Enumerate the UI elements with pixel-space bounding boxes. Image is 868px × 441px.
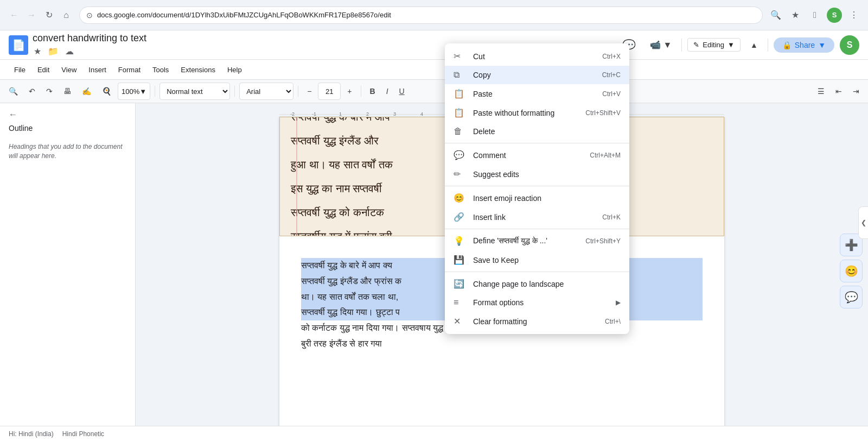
format-options-icon: ≡ (454, 298, 464, 307)
reload-button[interactable]: ↻ (41, 8, 56, 23)
ctx-comment[interactable]: 💬 Comment Ctrl+Alt+M (445, 146, 629, 165)
menu-tools[interactable]: Tools (147, 64, 174, 76)
ctx-emoji[interactable]: 😊 Insert emoji reaction (445, 188, 629, 207)
menu-view[interactable]: View (56, 64, 82, 76)
ctx-define[interactable]: 💡 Define 'सप्तवर्षी युद्ध के ...' Ctrl+S… (445, 231, 629, 250)
ctx-format-options-label: Format options (473, 298, 607, 307)
menu-help[interactable]: Help (222, 64, 247, 76)
font-selector[interactable]: Arial (239, 83, 293, 100)
ctx-clear-format-label: Clear formatting (473, 317, 596, 326)
ctx-delete[interactable]: 🗑 Delete (445, 122, 629, 141)
search-toolbar-btn[interactable]: 🔍 (4, 83, 22, 100)
toolbar-divider3 (298, 86, 298, 97)
menu-file[interactable]: File (9, 64, 31, 76)
underline-btn[interactable]: U (395, 83, 409, 100)
home-button[interactable]: ⌂ (59, 8, 74, 23)
ctx-save-keep[interactable]: 💾 Save to Keep (445, 250, 629, 269)
format-options-arrow: ▶ (616, 299, 621, 306)
font-size-decrease-btn[interactable]: − (303, 83, 316, 100)
profile-avatar[interactable]: S (827, 8, 842, 23)
meet-button[interactable]: 📹 ▼ (646, 36, 676, 54)
paint-format-btn[interactable]: 🍳 (98, 83, 116, 100)
suggest-icon: ✏ (454, 169, 464, 179)
italic-btn[interactable]: I (382, 83, 393, 100)
forward-button[interactable]: → (24, 8, 39, 23)
ctx-clear-format[interactable]: ✕ Clear formatting Ctrl+\ (445, 312, 629, 331)
delete-icon: 🗑 (454, 127, 464, 136)
editing-mode-selector[interactable]: ✎ Editing ▼ (687, 38, 741, 52)
menu-edit[interactable]: Edit (32, 64, 55, 76)
emoji-icon: 😊 (454, 193, 464, 203)
undo-btn[interactable]: ↶ (24, 83, 40, 100)
share-label: Share (795, 41, 815, 49)
back-button[interactable]: ← (7, 8, 22, 23)
comment-action-btn[interactable]: 💬 (840, 286, 863, 308)
toolbar-divider4 (361, 86, 361, 97)
pencil-icon: ✎ (693, 41, 699, 49)
browser-chrome: ← → ↻ ⌂ ⊙ docs.google.com/document/d/1DY… (0, 0, 868, 30)
toolbar: 🔍 ↶ ↷ 🖶 ✍ 🍳 100% ▼ Normal text Arial − 2… (0, 79, 868, 103)
cut-icon: ✂ (454, 51, 464, 61)
more-button[interactable]: ⋮ (846, 8, 861, 23)
ctx-divider-1 (445, 143, 629, 143)
ctx-comment-label: Comment (473, 151, 581, 160)
ctx-divider-3 (445, 229, 629, 229)
spellcheck-btn[interactable]: ✍ (78, 83, 95, 100)
indent-more-btn[interactable]: ⇥ (848, 83, 864, 100)
doc-title: convert handwriting to text (33, 33, 614, 44)
zoom-selector[interactable]: 100% ▼ (118, 83, 150, 100)
toolbar-divider1 (155, 86, 155, 97)
separator2 (768, 39, 768, 52)
redo-btn[interactable]: ↷ (42, 83, 57, 100)
font-size-increase-btn[interactable]: + (343, 83, 356, 100)
menu-extensions[interactable]: Extensions (175, 64, 221, 76)
ctx-define-shortcut: Ctrl+Shift+Y (585, 237, 621, 245)
style-selector[interactable]: Normal text (159, 83, 230, 100)
ctx-clear-format-shortcut: Ctrl+\ (605, 318, 621, 325)
ctx-paste[interactable]: 📋 Paste Ctrl+V (445, 84, 629, 103)
bookmark-button[interactable]: ★ (788, 8, 803, 23)
ctx-cut[interactable]: ✂ Cut Ctrl+X (445, 47, 629, 66)
ctx-link-label: Insert link (473, 213, 593, 222)
user-avatar[interactable]: S (840, 35, 859, 55)
collapse-handle[interactable]: ❮ (858, 206, 868, 239)
sidebar-title: Outline (9, 124, 126, 133)
cloud-button[interactable]: ☁ (64, 45, 75, 58)
indent-less-btn[interactable]: ⇤ (831, 83, 846, 100)
keep-icon: 💾 (454, 255, 464, 265)
nav-buttons: ← → ↻ ⌂ (7, 8, 74, 23)
ctx-suggest[interactable]: ✏ Suggest edits (445, 165, 629, 184)
toolbar-divider2 (234, 86, 235, 97)
context-menu: ✂ Cut Ctrl+X ⧉ Copy Ctrl+C 📋 Paste Ctrl+… (445, 43, 629, 334)
search-button[interactable]: 🔍 (768, 8, 783, 23)
address-bar[interactable]: ⊙ docs.google.com/document/d/1DYlh3DxUib… (79, 7, 763, 24)
collapse-toolbar-button[interactable]: ▲ (746, 36, 762, 54)
font-size-box[interactable]: 21 (318, 83, 341, 100)
print-btn[interactable]: 🖶 (59, 83, 75, 100)
ctx-landscape[interactable]: 🔄 Change page to landscape (445, 274, 629, 293)
font-size-value: 21 (322, 87, 337, 96)
emoji-action-btn[interactable]: 😊 (840, 260, 863, 282)
ctx-suggest-label: Suggest edits (473, 170, 612, 179)
menu-format[interactable]: Format (113, 64, 146, 76)
extension-button[interactable]: 🣿 (807, 8, 822, 23)
ctx-link[interactable]: 🔗 Insert link Ctrl+K (445, 207, 629, 226)
ctx-paste-no-format[interactable]: 📋 Paste without formatting Ctrl+Shift+V (445, 103, 629, 122)
docs-app: 📄 convert handwriting to text ★ 📁 ☁ 💬 📹 … (0, 30, 868, 441)
ctx-comment-shortcut: Ctrl+Alt+M (590, 152, 621, 159)
star-button[interactable]: ★ (33, 45, 42, 58)
security-icon: ⊙ (86, 11, 93, 20)
ctx-delete-label: Delete (473, 127, 612, 136)
ctx-format-options[interactable]: ≡ Format options ▶ (445, 293, 629, 312)
ctx-paste-label: Paste (473, 90, 593, 98)
numbered-list-btn[interactable]: ☰ (813, 83, 829, 100)
ctx-paste-no-format-label: Paste without formatting (473, 109, 577, 117)
ctx-cut-label: Cut (473, 52, 593, 61)
bold-btn[interactable]: B (366, 83, 380, 100)
share-button[interactable]: 🔒 Share ▼ (774, 37, 834, 53)
folder-button[interactable]: 📁 (47, 45, 60, 58)
ctx-copy-shortcut: Ctrl+C (602, 71, 621, 79)
sidebar-back-btn[interactable]: ← (9, 110, 17, 119)
menu-insert[interactable]: Insert (83, 64, 112, 76)
ctx-copy[interactable]: ⧉ Copy Ctrl+C (445, 66, 629, 84)
